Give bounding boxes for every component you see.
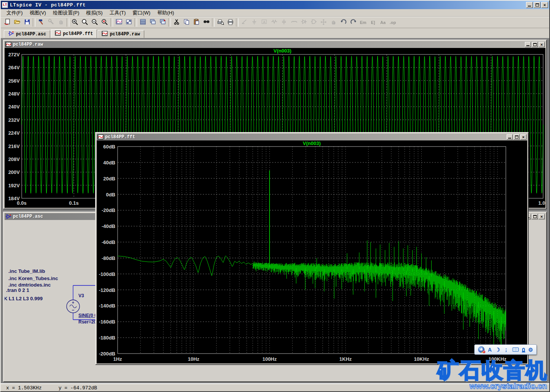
ime-fullwidth-moon-icon[interactable]: ☽: [495, 347, 500, 353]
toolbar-place-diode-button[interactable]: [299, 18, 309, 27]
toolbar-copy-button[interactable]: [182, 18, 191, 27]
toolbar-mirror-tool-button[interactable]: Em: [358, 18, 368, 27]
maximize-icon: [533, 43, 537, 46]
toolbar-zoom-out-button[interactable]: [90, 18, 100, 27]
toolbar-save-file-button[interactable]: [22, 18, 32, 27]
window-fft-titlebar[interactable]: pcl84PP.fft ×: [97, 134, 527, 140]
toolbar-cut-button[interactable]: [172, 18, 182, 27]
toolbar-place-inductor-button[interactable]: [289, 18, 299, 27]
fft-plot-svg[interactable]: 60dB40dB20dB0dB-20dB-40dB-60dB-80dB-100d…: [97, 140, 527, 363]
toolbar-zoom-full-extents-button[interactable]: [100, 18, 110, 27]
axis-tick-label: 248V: [8, 91, 20, 97]
fft-window-close-button[interactable]: ×: [520, 134, 526, 140]
app-titlebar[interactable]: LT LTspice IV - pcl84PP.fft ×: [1, 1, 549, 9]
toolbar-print-button[interactable]: [225, 18, 235, 27]
toolbar-zoom-in-button[interactable]: [70, 18, 80, 27]
axis-tick-label: 200V: [8, 169, 20, 175]
spice-directive-text[interactable]: .inc Koren_Tubes.inc: [8, 276, 58, 281]
raw-window-close-button[interactable]: ×: [539, 42, 545, 47]
spice-directive-text[interactable]: K L1 L2 L3 0.999: [5, 296, 43, 301]
schematic-icon: [8, 31, 14, 38]
toolbar-place-capacitor-button[interactable]: [279, 18, 289, 27]
toolbar-place-ground-button[interactable]: [249, 18, 259, 27]
menu-item-4[interactable]: 工具(T): [106, 9, 129, 17]
menu-item-3[interactable]: 模拟(S): [83, 9, 106, 17]
mirror-tool-icon: Em: [360, 20, 366, 25]
source-series-r[interactable]: Rser=20: [78, 319, 96, 325]
asc-window-close-button[interactable]: ×: [539, 214, 545, 219]
ime-soft-keyboard-icon[interactable]: [512, 347, 519, 352]
tab-pcl84PP.asc[interactable]: pcl84PP.asc: [4, 30, 50, 38]
waveform-icon: [97, 134, 104, 140]
svg-text:A: A: [263, 20, 266, 24]
menu-item-6[interactable]: 帮助(H): [154, 9, 177, 17]
toolbar-draw-wire-button[interactable]: [239, 18, 249, 27]
source-refdes[interactable]: V3: [78, 293, 84, 298]
menu-item-5[interactable]: 窗口(W): [129, 9, 154, 17]
fft-plot-area[interactable]: 60dB40dB20dB0dB-20dB-40dB-60dB-80dB-100d…: [97, 140, 527, 363]
cursor-y-readout: y = -64.972dB: [59, 385, 97, 391]
toolbar-redo-button[interactable]: [348, 18, 358, 27]
window-raw-titlebar[interactable]: pcl84PP.raw ×: [5, 41, 545, 48]
toolbar-undo-button[interactable]: [338, 18, 348, 27]
toolbar-pan-hand-button[interactable]: [56, 18, 66, 27]
ime-letter-mode-icon[interactable]: A: [488, 347, 492, 353]
toolbar-net-label-button[interactable]: A: [259, 18, 269, 27]
draw-wire-icon: [241, 19, 248, 27]
toolbar-find-button[interactable]: [201, 18, 211, 27]
toolbar-tile-windows-button[interactable]: [138, 18, 148, 27]
ime-logo-icon[interactable]: 译: [478, 346, 485, 353]
raw-window-minimize-button[interactable]: [525, 42, 531, 47]
menubar: 文件(F)视图(V)绘图设置(P)模拟(S)工具(T)窗口(W)帮助(H): [1, 9, 549, 17]
menu-item-2[interactable]: 绘图设置(P): [49, 9, 83, 17]
toolbar-drag-tool-button[interactable]: [328, 18, 338, 27]
fft-window-maximize-button[interactable]: [513, 134, 520, 140]
cascade-windows-icon: [149, 19, 156, 27]
toolbar-new-schematic-button[interactable]: [2, 18, 12, 27]
toolbar-open-file-button[interactable]: [12, 18, 22, 27]
axis-tick-label: -140dB: [99, 303, 115, 309]
menu-item-1[interactable]: 视图(V): [26, 9, 49, 17]
toolbar-place-component-button[interactable]: [309, 18, 319, 27]
toolbar-cascade-windows-button[interactable]: [148, 18, 158, 27]
toolbar-rotate-tool-button[interactable]: E]: [368, 18, 378, 27]
toolbar-text-tool-button[interactable]: Aa: [378, 18, 388, 27]
raw-window-maximize-button[interactable]: [532, 42, 538, 47]
copy-icon: [183, 19, 190, 27]
menu-item-0[interactable]: 文件(F): [3, 9, 26, 17]
toolbar-autorange-axes-button[interactable]: [124, 18, 134, 27]
toolbar-paste-button[interactable]: [191, 18, 201, 27]
axis-tick-label: 0.0s: [17, 200, 26, 206]
toolbar-stop-wrench-button[interactable]: [46, 18, 56, 27]
axis-tick-label: 10Hz: [188, 356, 199, 362]
ime-punctuation-icon[interactable]: ；: [504, 346, 509, 353]
toolbar-move-tool-button[interactable]: [319, 18, 328, 27]
toolbar-arrange-windows-button[interactable]: [158, 18, 167, 27]
toolbar-plot-settings-button[interactable]: [114, 18, 124, 27]
toolbar-zoom-area-button[interactable]: [80, 18, 90, 27]
ime-language-bar[interactable]: 译 A ☽ ； ⚙: [474, 344, 537, 355]
spice-directive-text[interactable]: .inc Tube_IM.lib: [8, 268, 45, 274]
ime-settings-gear-icon[interactable]: ⚙: [528, 347, 533, 353]
axis-tick-label: 100Hz: [262, 356, 277, 362]
spice-directive-text[interactable]: .inc dmtriodes.inc: [8, 282, 51, 288]
spice-directive-text[interactable]: .tran 0 2 1: [6, 287, 29, 293]
new-schematic-icon: [4, 19, 11, 27]
tab-pcl84PP.fft[interactable]: pcl84PP.fft: [51, 29, 97, 38]
app-close-button[interactable]: ×: [541, 2, 548, 8]
toolbar-print-preview-button[interactable]: [215, 18, 225, 27]
axis-tick-label: 256V: [8, 78, 20, 84]
app-minimize-button[interactable]: [526, 2, 533, 8]
close-icon: ×: [522, 135, 524, 139]
move-tool-icon: [320, 19, 327, 27]
fft-window-minimize-button[interactable]: [507, 134, 513, 140]
tab-pcl84PP.raw[interactable]: pcl84PP.raw: [97, 30, 144, 38]
tab-label: pcl84PP.fft: [63, 31, 93, 37]
toolbar-place-resistor-button[interactable]: [269, 18, 279, 27]
asc-window-maximize-button[interactable]: [532, 214, 538, 219]
status-bar: x = 1.503KHz y = -64.972dB: [0, 383, 550, 392]
toolbar-run-hammer-button[interactable]: [36, 18, 46, 27]
ime-microphone-icon[interactable]: [522, 348, 525, 352]
app-maximize-button[interactable]: [534, 2, 540, 8]
toolbar-spice-directive-button[interactable]: .op: [388, 18, 398, 27]
